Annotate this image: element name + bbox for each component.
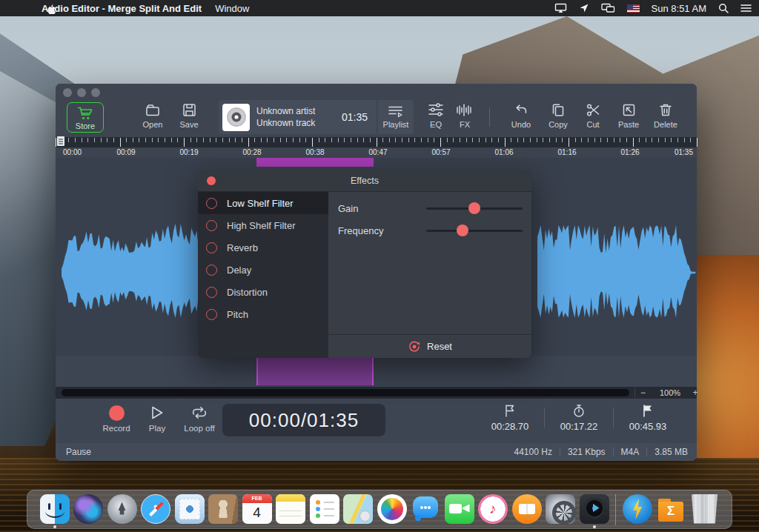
cut-label: Cut [586, 120, 599, 129]
selection-duration-marker[interactable]: 00:17.22 [554, 403, 603, 432]
save-button[interactable]: Save [173, 102, 205, 129]
ruler-label: 01:35 [675, 148, 693, 156]
play-button[interactable]: Play [142, 405, 172, 433]
fx-bars-icon [455, 102, 474, 118]
radio-icon[interactable] [206, 242, 217, 253]
cut-button[interactable]: Cut [579, 102, 607, 129]
dock-item-trash[interactable] [689, 493, 721, 527]
dock-item-reminders[interactable] [308, 493, 341, 527]
menubar-app-name[interactable]: Audio Editor - Merge Split And Edit [42, 3, 202, 14]
toolbar-separator [489, 107, 490, 127]
timeline-ruler-labels[interactable]: 00:00 00:09 00:19 00:28 00:38 00:47 00:5… [63, 147, 693, 158]
artist-name: Unknown artist [256, 105, 335, 117]
effects-panel-title: Effects [198, 176, 531, 186]
apple-logo-icon [46, 3, 56, 14]
minimize-window-button[interactable] [77, 88, 86, 97]
dock-item-facetime[interactable] [443, 493, 476, 527]
airplay-display-icon[interactable] [554, 3, 567, 13]
dock-item-system-preferences[interactable] [544, 493, 577, 527]
zoom-out-button[interactable]: − [634, 387, 651, 399]
playhead-marker-icon[interactable] [57, 136, 64, 146]
timeline-ruler-ticks[interactable] [56, 137, 697, 147]
displays-icon[interactable] [601, 3, 615, 13]
dock-item-audio-editor[interactable] [578, 493, 611, 527]
close-window-button[interactable] [63, 88, 72, 97]
filter-delay[interactable]: Delay [198, 259, 328, 281]
filter-pitch[interactable]: Pitch [198, 303, 328, 325]
now-playing-info[interactable]: Unknown artist Unknown track 01:35 [219, 100, 377, 134]
spotlight-search-icon[interactable] [718, 3, 729, 13]
dock-item-mail[interactable] [173, 493, 206, 527]
frequency-slider[interactable] [426, 230, 523, 232]
calendar-month: FEB [242, 494, 272, 503]
loop-button[interactable]: Loop off [179, 405, 220, 433]
minimap-selection[interactable] [256, 357, 374, 385]
toolbar: Store Open Save Unknown artist Unknown t… [56, 84, 697, 137]
copy-button[interactable]: Copy [543, 102, 574, 129]
system-preferences-icon [546, 494, 575, 524]
status-bar: Pause 44100 Hz 321 Kbps M4A 3.85 MB [56, 443, 697, 461]
filter-high-shelf[interactable]: High Shelf Filter [198, 214, 328, 236]
menubar-clock[interactable]: Sun 8:51 AM [652, 3, 706, 14]
zoom-window-button[interactable] [91, 88, 100, 97]
paste-button[interactable]: Paste [612, 102, 645, 129]
now-playing: Unknown artist Unknown track 01:35 Playl… [219, 100, 414, 134]
dock-item-safari[interactable] [139, 493, 172, 527]
dock-item-ibooks[interactable] [511, 493, 543, 527]
minimap-strip[interactable] [56, 356, 697, 387]
dock-item-app-downloader[interactable] [621, 493, 654, 527]
us-flag-icon[interactable] [627, 4, 640, 13]
radio-icon[interactable] [206, 198, 217, 209]
filter-reverb[interactable]: Reverb [198, 236, 328, 259]
selection-end-marker[interactable]: 00:45.93 [623, 403, 672, 432]
playlist-button[interactable]: Playlist [378, 100, 414, 134]
notification-center-icon[interactable] [740, 4, 752, 13]
dock-item-itunes[interactable]: ♪ [477, 493, 509, 527]
frequency-slider-knob[interactable] [457, 225, 468, 236]
paste-label: Paste [618, 120, 639, 129]
radio-icon[interactable] [206, 265, 217, 276]
open-button[interactable]: Open [137, 102, 168, 129]
dock-item-launchpad[interactable] [106, 493, 139, 527]
store-button[interactable]: Store [67, 102, 104, 133]
zoom-in-button[interactable]: + [689, 387, 701, 399]
effects-panel: Effects Low Shelf Filter High Shelf Filt… [198, 170, 531, 358]
radio-icon[interactable] [206, 309, 217, 320]
window-controls [63, 88, 100, 97]
reset-button[interactable]: Reset [328, 334, 531, 358]
playlist-icon [387, 105, 405, 119]
gain-slider-knob[interactable] [468, 202, 480, 214]
dock-item-siri[interactable] [72, 493, 105, 527]
fx-button[interactable]: FX [451, 102, 478, 129]
reset-icon [408, 340, 421, 353]
dock-item-sigma-folder[interactable]: Σ [654, 493, 687, 527]
dock-item-finder[interactable] [39, 493, 71, 527]
eq-label: EQ [430, 120, 442, 129]
dock-item-notes[interactable] [274, 493, 307, 527]
menubar-window-menu[interactable]: Window [215, 3, 249, 14]
album-art [222, 104, 250, 131]
record-button[interactable]: Record [97, 405, 136, 433]
radio-icon[interactable] [206, 287, 217, 298]
dock-item-contacts[interactable] [207, 493, 239, 527]
dock-item-messages[interactable] [409, 493, 442, 527]
running-indicator [593, 525, 596, 528]
radio-icon[interactable] [206, 220, 217, 231]
gain-slider[interactable] [426, 207, 523, 210]
filter-distortion[interactable]: Distortion [198, 281, 328, 303]
dock-item-photos[interactable] [376, 493, 408, 527]
filter-low-shelf[interactable]: Low Shelf Filter [198, 192, 328, 214]
apple-menu[interactable] [46, 3, 56, 14]
dock-item-maps[interactable] [342, 493, 374, 527]
timeline-selection[interactable] [256, 158, 374, 167]
eq-button[interactable]: EQ [422, 102, 449, 129]
undo-button[interactable]: Undo [506, 102, 537, 129]
ibooks-icon [512, 494, 542, 524]
horizontal-scrollbar[interactable] [62, 389, 629, 396]
dock: FEB4 ♪ Σ [27, 490, 732, 529]
delete-button[interactable]: Delete [649, 102, 682, 129]
selection-end-value: 00:45.93 [629, 421, 667, 432]
selection-start-marker[interactable]: 00:28.70 [485, 403, 534, 432]
location-arrow-icon[interactable] [579, 3, 589, 13]
dock-item-calendar[interactable]: FEB4 [241, 493, 274, 527]
